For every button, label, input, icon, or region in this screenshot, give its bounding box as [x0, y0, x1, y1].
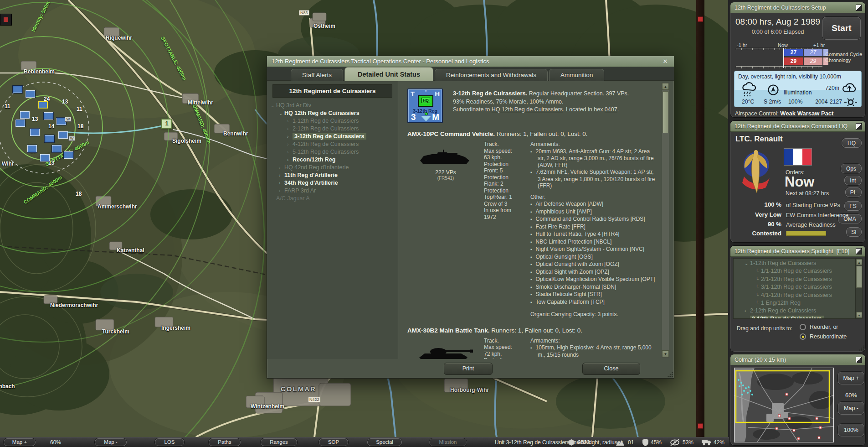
chevron-right-icon[interactable]: › [279, 172, 284, 179]
hq-button-si[interactable]: SI [846, 227, 862, 237]
toggle-paths[interactable]: Paths [209, 438, 241, 446]
scroll-up-icon[interactable]: ▲ [662, 83, 669, 90]
tree-leaf-icon[interactable]: └ [755, 276, 761, 283]
mission-button[interactable]: Mission [429, 438, 467, 446]
hex-link[interactable]: 0407 [605, 106, 617, 113]
map-zoom-out-button[interactable]: Map - [95, 438, 127, 446]
panel-menu-icon[interactable] [856, 357, 862, 363]
spotlight-item[interactable]: ⌄1-12th Reg de Cuirassiers [734, 260, 862, 267]
minimap-zoom-in-button[interactable]: Map + [838, 372, 864, 385]
tree-item[interactable]: ›11th Reg d'Artillerie [267, 172, 398, 179]
hq-button-hq[interactable]: HQ [842, 138, 862, 148]
tree-item[interactable]: ›2-12th Reg de Cuirassiers [267, 125, 398, 133]
map-corner-button[interactable] [0, 14, 12, 26]
hq-button-pl[interactable]: PL [845, 187, 862, 197]
chevron-down-icon[interactable]: ⌄ [279, 109, 284, 117]
tree-item[interactable]: ⌄HQ 12th Reg de Cuirassiers [267, 109, 398, 117]
resize-grip-icon[interactable] [858, 345, 864, 351]
spotlight-item[interactable]: └1 Eng/12th Reg [734, 299, 862, 307]
toggle-los[interactable]: LOS [155, 438, 184, 446]
chevron-right-icon[interactable]: › [287, 156, 293, 164]
dialog-scrollbar[interactable]: ▲ ▼ [662, 83, 669, 358]
map-unit-counter[interactable] [52, 145, 62, 152]
spotlight-item[interactable]: └1/1-12th Reg de Cuirassiers [734, 267, 862, 275]
spotlight-item[interactable]: └4/1-12th Reg de Cuirassiers [734, 291, 862, 299]
tree-item[interactable]: ›HQ 42nd Reg d'Infanterie [267, 164, 398, 172]
resubordinate-radio[interactable] [800, 333, 806, 340]
spotlight-item[interactable]: ⌄3-12th Reg de Cuirassiers [734, 315, 862, 319]
toggle-sop[interactable]: SOP [319, 438, 348, 446]
tree-item[interactable]: ›34th Reg d'Artillerie [267, 179, 398, 187]
reorder-radio[interactable] [800, 324, 806, 330]
toggle-ranges[interactable]: Ranges [261, 438, 297, 446]
chevron-down-icon[interactable]: ⌄ [745, 260, 750, 267]
map-unit-counter[interactable] [27, 145, 37, 152]
minimap-full-zoom-button[interactable]: 100% [838, 424, 864, 437]
scrollbar-thumb[interactable] [663, 91, 668, 133]
minimap[interactable] [734, 368, 834, 442]
hq-button-ops[interactable]: Ops [841, 164, 862, 173]
tree-item[interactable]: ›1-12th Reg de Cuirassiers [267, 117, 398, 125]
tree-leaf-icon[interactable]: └ [755, 268, 761, 275]
scroll-up-icon[interactable]: ▲ [856, 259, 862, 265]
tree-item[interactable]: ›Recon/12th Reg [267, 156, 398, 164]
chevron-right-icon[interactable]: › [287, 133, 293, 140]
chevron-right-icon[interactable]: › [745, 307, 750, 315]
chevron-right-icon[interactable]: › [287, 117, 293, 125]
hq-button-int[interactable]: Int [844, 176, 862, 185]
chevron-right-icon[interactable]: › [287, 140, 293, 148]
scrollbar-thumb[interactable] [856, 266, 862, 288]
tree-leaf-icon[interactable]: └ [755, 292, 761, 299]
chevron-right-icon[interactable]: › [287, 148, 293, 156]
map-objective-marker[interactable]: 1 [161, 119, 172, 129]
panel-menu-icon[interactable] [856, 123, 862, 130]
map-unit-counter[interactable] [26, 90, 35, 98]
tree-item[interactable]: ›FARP 3rd Ar [267, 187, 398, 195]
toggle-special[interactable]: Special [367, 438, 402, 446]
minimap-zoom-out-button[interactable]: Map - [838, 402, 864, 415]
map-unit-counter[interactable] [40, 154, 50, 161]
tree-item[interactable]: ›4-12th Reg de Cuirassiers [267, 140, 398, 148]
chevron-down-icon[interactable]: ⌄ [271, 102, 276, 109]
map-unit-counter[interactable] [58, 131, 68, 139]
print-button[interactable]: Print [444, 363, 493, 375]
close-icon[interactable]: ✕ [661, 57, 669, 66]
chevron-right-icon[interactable]: › [279, 179, 284, 187]
scroll-down-icon[interactable]: ▼ [662, 350, 669, 357]
spotlight-item[interactable]: └3/1-12th Reg de Cuirassiers [734, 283, 862, 291]
map-zoom-in-button[interactable]: Map + [4, 438, 36, 446]
tab-detailed-unit-status[interactable]: Detailed Unit Status [344, 67, 433, 81]
chevron-down-icon[interactable]: ⌄ [745, 316, 750, 319]
tree-leaf-icon[interactable]: └ [755, 284, 761, 291]
panel-menu-icon[interactable] [856, 5, 862, 11]
chevron-right-icon[interactable]: › [279, 164, 284, 172]
spotlight-item[interactable]: └2/1-12th Reg de Cuirassiers [734, 275, 862, 283]
map-unit-counter[interactable] [13, 86, 22, 93]
map-unit-counter[interactable] [38, 101, 48, 109]
chevron-right-icon[interactable]: › [279, 187, 284, 195]
tree-leaf-icon[interactable]: └ [755, 300, 761, 307]
scroll-down-icon[interactable]: ▼ [856, 312, 862, 318]
tree-item[interactable]: ›3-12th Reg de Cuirassiers [267, 133, 398, 140]
hq-button-fs[interactable]: FS [844, 201, 862, 211]
tree-item[interactable]: ›5-12th Reg de Cuirassiers [267, 148, 398, 156]
map-unit-counter[interactable] [64, 151, 73, 159]
tree-item[interactable]: ⌄HQ 3rd Ar Div [267, 102, 398, 109]
map-unit-counter[interactable] [44, 112, 53, 120]
tab-reinforcements-and-withdrawals[interactable]: Reinforcements and Withdrawals [435, 69, 548, 81]
map-unit-counter[interactable] [30, 129, 40, 136]
track-line: Protection [484, 161, 530, 168]
panel-menu-icon[interactable] [856, 248, 862, 255]
map-unit-counter[interactable] [45, 135, 54, 142]
map-unit-counter[interactable] [15, 120, 25, 127]
hq-link[interactable]: HQ 12th Reg de Cuirassiers [492, 106, 563, 113]
tab-ammunition[interactable]: Ammunition [549, 69, 604, 81]
spotlight-scrollbar[interactable]: ▲ ▼ [855, 259, 862, 318]
tree-item[interactable]: A/C Jaguar A [267, 195, 398, 203]
start-button[interactable]: Start [822, 17, 861, 40]
map-unit-counter[interactable] [20, 111, 30, 119]
tab-staff-alerts[interactable]: Staff Alerts [291, 69, 343, 81]
close-button[interactable]: Close [582, 363, 640, 375]
spotlight-item[interactable]: ›2-12th Reg de Cuirassiers [734, 307, 862, 315]
chevron-right-icon[interactable]: › [287, 125, 293, 133]
